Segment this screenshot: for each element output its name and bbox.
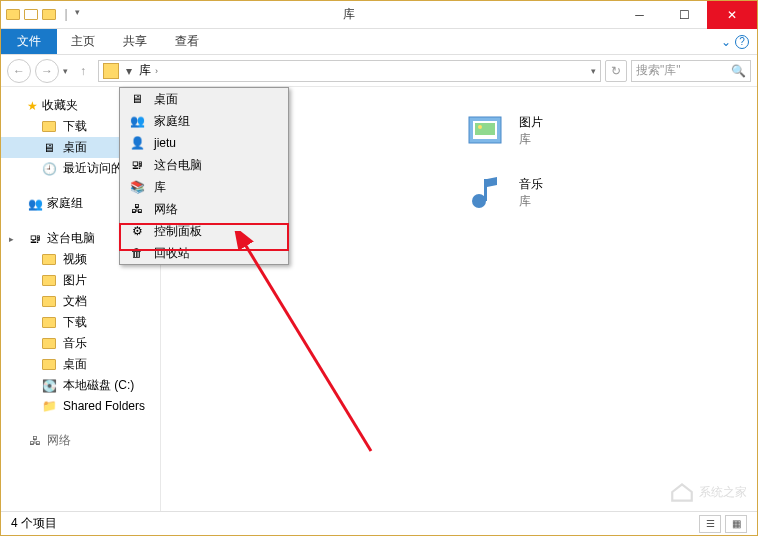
sidebar-item-shared[interactable]: 📁Shared Folders xyxy=(1,396,160,416)
item-type: 库 xyxy=(519,131,543,148)
library-item-music[interactable]: 音乐 库 xyxy=(461,169,641,217)
library-items: 图片 库 音乐 库 xyxy=(461,107,717,217)
dropdown-item-thispc[interactable]: 🖳这台电脑 xyxy=(120,154,288,176)
drive-icon: 💽 xyxy=(41,378,57,394)
computer-icon: 🖳 xyxy=(128,156,146,174)
sidebar-item-pictures[interactable]: 图片 xyxy=(1,270,160,291)
window-controls: ─ ☐ ✕ xyxy=(617,1,757,28)
statusbar: 4 个项目 ☰ ▦ xyxy=(1,511,757,535)
recent-icon: 🕘 xyxy=(41,161,57,177)
network-icon: 🖧 xyxy=(128,200,146,218)
close-button[interactable]: ✕ xyxy=(707,1,757,29)
control-panel-icon: ⚙ xyxy=(128,222,146,240)
dropdown-item-user[interactable]: 👤jietu xyxy=(120,132,288,154)
svg-point-4 xyxy=(472,194,486,208)
qat-divider: | xyxy=(59,7,73,23)
item-count: 4 个项目 xyxy=(11,515,57,532)
item-type: 库 xyxy=(519,193,543,210)
dropdown-item-recycle[interactable]: 🗑回收站 xyxy=(120,242,288,264)
desktop-icon: 🖥 xyxy=(41,140,57,156)
view-details-button[interactable]: ☰ xyxy=(699,515,721,533)
svg-rect-2 xyxy=(475,123,495,135)
up-button[interactable]: ↑ xyxy=(72,60,94,82)
new-folder-icon[interactable] xyxy=(23,7,39,23)
sidebar-item-drive-c[interactable]: 💽本地磁盘 (C:) xyxy=(1,375,160,396)
history-dropdown-icon[interactable]: ▾ xyxy=(63,66,68,76)
minimize-button[interactable]: ─ xyxy=(617,1,662,29)
item-name: 图片 xyxy=(519,114,543,131)
sidebar-item-desktop2[interactable]: 桌面 xyxy=(1,354,160,375)
help-icon[interactable]: ? xyxy=(735,35,749,49)
library-icon: 📚 xyxy=(128,178,146,196)
search-placeholder: 搜索"库" xyxy=(636,62,681,79)
titlebar: | ▾ 库 ─ ☐ ✕ xyxy=(1,1,757,29)
back-button[interactable]: ← xyxy=(7,59,31,83)
tab-share[interactable]: 共享 xyxy=(109,29,161,54)
ribbon-collapse[interactable]: ⌄ ? xyxy=(721,29,749,54)
tab-view[interactable]: 查看 xyxy=(161,29,213,54)
homegroup-icon: 👥 xyxy=(27,196,43,212)
location-dropdown-menu: 🖥桌面 👥家庭组 👤jietu 🖳这台电脑 📚库 🖧网络 ⚙控制面板 🗑回收站 xyxy=(119,87,289,265)
sidebar-item-documents[interactable]: 文档 xyxy=(1,291,160,312)
network-icon: 🖧 xyxy=(27,433,43,449)
dropdown-item-libraries[interactable]: 📚库 xyxy=(120,176,288,198)
breadcrumb-sep-icon[interactable]: › xyxy=(155,66,158,76)
expand-icon[interactable]: ▸ xyxy=(9,234,23,244)
properties-icon[interactable] xyxy=(41,7,57,23)
chevron-down-icon: ⌄ xyxy=(721,35,731,49)
tab-home[interactable]: 主页 xyxy=(57,29,109,54)
favorites-label: 收藏夹 xyxy=(42,97,78,114)
address-bar[interactable]: ▾ 库 › ▾ xyxy=(98,60,601,82)
download-icon xyxy=(41,119,57,135)
navbar: ← → ▾ ↑ ▾ 库 › ▾ ↻ 搜索"库" 🔍 xyxy=(1,55,757,87)
homegroup-icon: 👥 xyxy=(128,112,146,130)
dropdown-item-desktop[interactable]: 🖥桌面 xyxy=(120,88,288,110)
dropdown-item-network[interactable]: 🖧网络 xyxy=(120,198,288,220)
location-dropdown-icon[interactable]: ▾ xyxy=(123,64,135,78)
network-label: 网络 xyxy=(47,432,71,449)
view-icons-button[interactable]: ▦ xyxy=(725,515,747,533)
star-icon: ★ xyxy=(27,99,38,113)
item-name: 音乐 xyxy=(519,176,543,193)
forward-button[interactable]: → xyxy=(35,59,59,83)
pictures-library-icon xyxy=(461,107,509,155)
svg-rect-5 xyxy=(484,179,487,201)
folder-icon xyxy=(5,7,21,23)
thispc-label: 这台电脑 xyxy=(47,230,95,247)
user-icon: 👤 xyxy=(128,134,146,152)
svg-point-3 xyxy=(478,125,482,129)
library-item-pictures[interactable]: 图片 库 xyxy=(461,107,641,155)
address-dropdown-icon[interactable]: ▾ xyxy=(591,66,596,76)
computer-icon: 🖳 xyxy=(27,231,43,247)
recycle-icon: 🗑 xyxy=(128,244,146,262)
location-icon xyxy=(103,63,119,79)
shared-icon: 📁 xyxy=(41,398,57,414)
music-library-icon xyxy=(461,169,509,217)
sidebar-item-music[interactable]: 音乐 xyxy=(1,333,160,354)
dropdown-item-homegroup[interactable]: 👥家庭组 xyxy=(120,110,288,132)
sidebar-item-downloads2[interactable]: 下载 xyxy=(1,312,160,333)
window-title: 库 xyxy=(80,6,617,23)
dropdown-item-control-panel[interactable]: ⚙控制面板 xyxy=(120,220,288,242)
watermark: 系统之家 xyxy=(669,479,747,505)
breadcrumb[interactable]: 库 xyxy=(139,62,151,79)
ribbon: 文件 主页 共享 查看 ⌄ ? xyxy=(1,29,757,55)
maximize-button[interactable]: ☐ xyxy=(662,1,707,29)
refresh-button[interactable]: ↻ xyxy=(605,60,627,82)
search-icon: 🔍 xyxy=(731,64,746,78)
network-header[interactable]: 🖧 网络 xyxy=(1,430,160,451)
desktop-icon: 🖥 xyxy=(128,90,146,108)
body: ★ 收藏夹 下载 🖥桌面 🕘最近访问的 👥 家庭组 ▸ 🖳 这台电脑 视频 图片… xyxy=(1,87,757,511)
search-input[interactable]: 搜索"库" 🔍 xyxy=(631,60,751,82)
quick-access-toolbar: | ▾ xyxy=(1,7,80,23)
file-tab[interactable]: 文件 xyxy=(1,29,57,54)
homegroup-label: 家庭组 xyxy=(47,195,83,212)
